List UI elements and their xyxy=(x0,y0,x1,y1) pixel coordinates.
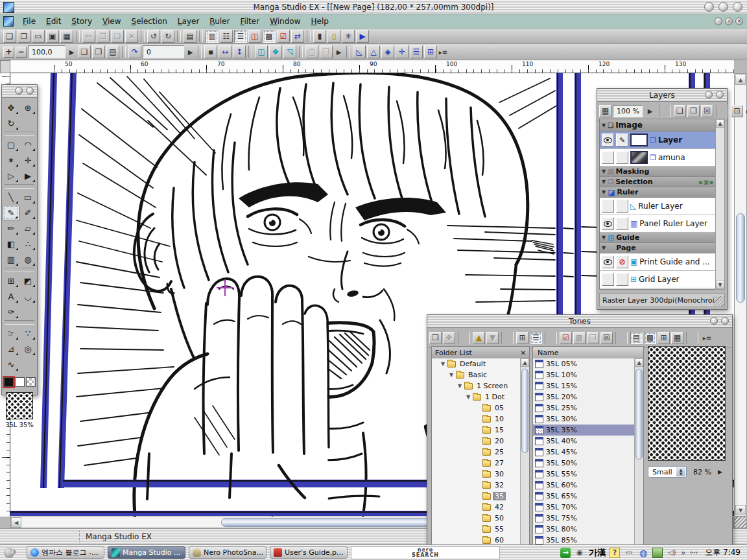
tool-button[interactable]: ◡ xyxy=(19,288,36,304)
palette-minimize-button[interactable] xyxy=(710,317,718,325)
edit-cell[interactable] xyxy=(616,217,628,230)
tool-button[interactable] xyxy=(5,320,34,325)
tool-button[interactable]: ▷ xyxy=(3,168,19,183)
toolbar-button[interactable]: ▶ xyxy=(185,45,195,58)
scroll-up-arrow[interactable]: ▲ xyxy=(521,358,529,367)
tones-toolbar-button[interactable]: ▩ xyxy=(644,332,656,344)
tool-button[interactable]: ◠ xyxy=(19,137,36,152)
toolbar-button[interactable]: △ xyxy=(367,45,380,58)
edit-cell[interactable] xyxy=(616,151,628,164)
menu-item[interactable]: Story xyxy=(66,15,97,28)
tool-button[interactable]: ✛ xyxy=(19,152,36,168)
toolbar-button[interactable]: ◫ xyxy=(255,45,268,58)
tones-toolbar-button[interactable]: ❒ xyxy=(429,332,442,344)
tool-button[interactable]: ◎ xyxy=(19,341,36,356)
layers-toolbar-button[interactable]: ❏ xyxy=(674,105,686,117)
toolbar-button[interactable]: ▶ xyxy=(334,45,344,58)
collapse-icon[interactable]: ▼ xyxy=(602,179,606,185)
edit-cell[interactable] xyxy=(616,273,628,286)
toolbar-button[interactable]: ☷ xyxy=(220,30,233,43)
folder-tree-item[interactable]: ▼ 30 xyxy=(432,469,520,480)
tones-palette-titlebar[interactable]: Tones xyxy=(427,315,732,328)
folder-tree-item[interactable]: ▼ 1 Dot xyxy=(432,391,520,402)
toolbar-button[interactable]: ▥ xyxy=(206,30,219,43)
toolbar-button[interactable]: ▮ xyxy=(313,30,326,43)
folder-tree-item[interactable]: ▼ Basic xyxy=(432,369,520,380)
layers-scrollbar[interactable]: ▲ ▼ xyxy=(715,119,725,290)
print-cell[interactable]: ⊘ xyxy=(616,255,628,268)
toolbar-button[interactable]: ❐ xyxy=(97,30,110,43)
taskbar-task-button[interactable]: Nero PhotoSna... xyxy=(189,546,267,559)
name-column-header[interactable]: Name xyxy=(533,347,643,359)
toolbar-button[interactable]: ◫ xyxy=(248,30,261,43)
tone-scroll-thumb[interactable] xyxy=(635,369,643,460)
layers-toolbar-button[interactable]: ▸≡ xyxy=(744,105,747,117)
folder-scroll-thumb[interactable] xyxy=(521,369,528,453)
layers-toolbar-button[interactable]: ▶ xyxy=(644,105,656,117)
vertical-scrollbar[interactable]: ▲ ▼ xyxy=(734,73,747,517)
collapse-icon[interactable]: ▼ xyxy=(602,235,606,240)
scroll-down-arrow[interactable]: ▼ xyxy=(735,505,746,515)
toolbar-button[interactable]: ☑ xyxy=(277,30,290,43)
tool-button[interactable]: ⊕ xyxy=(19,100,36,115)
tone-list-item[interactable]: 35L 45% xyxy=(533,447,634,458)
toolbar-button[interactable]: ▶ xyxy=(67,45,77,58)
tone-list-scrollbar[interactable]: ▲ xyxy=(634,358,643,556)
scale-menu-arrow-icon[interactable]: ▶ xyxy=(718,469,722,475)
tone-list-item[interactable]: 35L 30% xyxy=(533,414,634,425)
folder-tree-item[interactable]: ▼ 10 xyxy=(432,414,520,425)
tones-toolbar-button[interactable]: ☑ xyxy=(560,332,572,344)
tones-toolbar-button[interactable]: ▼ xyxy=(486,332,499,344)
collapse-icon[interactable]: ▼ xyxy=(602,169,606,174)
edit-cell[interactable] xyxy=(616,200,628,213)
toolbar-button[interactable]: ⊞ xyxy=(424,45,437,58)
toolbar-button[interactable]: ▦ xyxy=(60,30,73,43)
layer-row-print-guide[interactable]: ⊘ ▣ Print Guide and ... xyxy=(600,253,717,271)
tones-toolbar-button[interactable] xyxy=(686,332,698,344)
visibility-cell[interactable] xyxy=(602,151,614,164)
tool-button[interactable]: ▢ xyxy=(3,137,19,152)
quick-launch-icon[interactable]: → xyxy=(560,548,571,558)
folder-scrollbar[interactable]: ▲ xyxy=(520,358,529,556)
palette-minimize-button[interactable] xyxy=(705,91,713,99)
tones-toolbar-button[interactable]: ▦ xyxy=(671,332,683,344)
tones-toolbar-button[interactable] xyxy=(545,332,557,344)
tool-button[interactable] xyxy=(5,184,34,189)
ruler-origin-box[interactable] xyxy=(0,60,10,73)
toolbar-button[interactable] xyxy=(76,30,80,42)
toolbar-button[interactable]: 100,0 xyxy=(28,45,65,58)
tool-palette-titlebar[interactable] xyxy=(2,85,37,98)
toolbar-button[interactable]: ▢ xyxy=(305,45,318,58)
tone-list-item[interactable]: 35L 70% xyxy=(533,502,634,513)
menu-item[interactable]: Window xyxy=(265,15,305,28)
layer-group-ruler[interactable]: ▼ ◪ Ruler xyxy=(600,187,717,198)
toolbar-button[interactable] xyxy=(198,46,202,58)
tones-toolbar-button[interactable] xyxy=(501,332,514,344)
toolbar-button[interactable]: ❏ xyxy=(111,30,124,43)
visibility-cell[interactable] xyxy=(602,217,614,230)
tones-toolbar-button[interactable]: ▤ xyxy=(630,332,643,344)
layer-row-ruler-layer[interactable]: ◺ Ruler Layer xyxy=(600,198,717,215)
tool-button[interactable]: A xyxy=(3,288,19,304)
tool-button[interactable]: ◩ xyxy=(19,273,36,288)
palette-resize-grip[interactable] xyxy=(714,296,724,307)
layer-group-guide[interactable]: ▼ ⊞ Guide xyxy=(600,233,717,243)
toolbar-button[interactable]: ◺ xyxy=(353,45,366,58)
folder-tree-item[interactable]: ▼ 25 xyxy=(432,447,520,458)
tone-list-item[interactable]: 35L 15% xyxy=(533,380,634,391)
layers-toolbar-button[interactable]: ☒ xyxy=(701,105,713,117)
menu-item[interactable]: Layer xyxy=(172,15,204,28)
tool-button[interactable]: ▭ xyxy=(19,189,36,205)
folder-tree-item[interactable]: ▼ 35 xyxy=(432,491,520,502)
toolbar-button[interactable]: ▤ xyxy=(106,45,119,58)
folder-tree-item[interactable]: ▼ 42 xyxy=(432,502,520,513)
toolbar-button[interactable]: ↻ xyxy=(161,30,174,43)
layer-row-amuna[interactable]: ❐ amuna xyxy=(600,149,717,167)
toolbar-button[interactable] xyxy=(346,46,350,58)
tones-toolbar-button[interactable]: ☒ xyxy=(600,332,613,344)
layer-group-image[interactable]: ▼ ❏ Image xyxy=(600,119,717,132)
visibility-cell[interactable] xyxy=(602,273,614,286)
tone-list-item[interactable]: 35L 40% xyxy=(533,436,634,447)
toolbar-button[interactable]: − xyxy=(16,47,27,58)
toolbar-button[interactable] xyxy=(299,46,303,58)
